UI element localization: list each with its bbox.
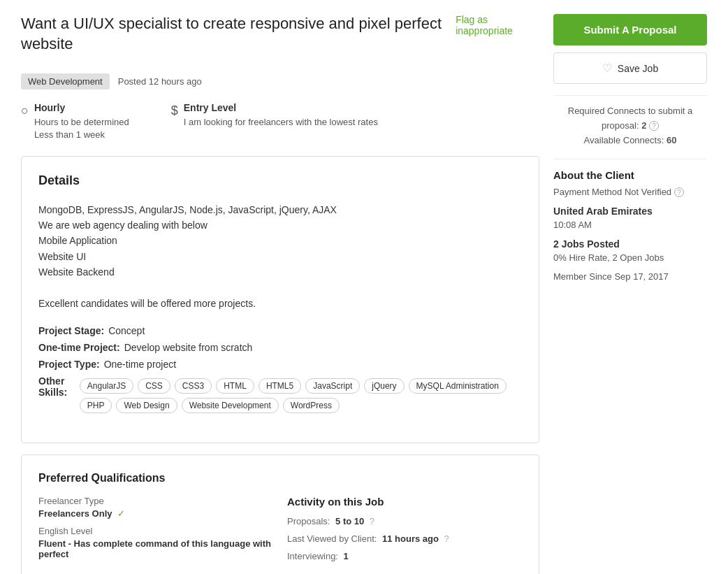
qualifications-box: Preferred Qualifications Freelancer Type… xyxy=(21,454,539,574)
last-viewed-val: 11 hours ago xyxy=(382,533,439,544)
client-hire: 0% Hire Rate, 2 Open Jobs xyxy=(553,252,707,263)
available-label: Available Connects: xyxy=(584,135,664,145)
last-viewed-label: Last Viewed by Client: xyxy=(287,533,377,544)
save-job-label: Save Job xyxy=(618,63,658,74)
client-payment: Payment Method Not Verified ? xyxy=(553,187,707,197)
freelancer-type-label: Freelancer Type xyxy=(38,496,273,506)
skill-tag[interactable]: WordPress xyxy=(283,398,340,413)
client-country: United Arab Emirates xyxy=(553,206,707,217)
submit-proposal-button[interactable]: Submit A Proposal xyxy=(553,14,707,45)
flag-link[interactable]: Flag as inappropriate xyxy=(456,14,539,36)
client-section: About the Client Payment Method Not Veri… xyxy=(553,159,707,282)
connects-label: Required Connects to submit a proposal: xyxy=(568,106,692,131)
qual-col-left: Freelancer Type Freelancers Only ✓ Engli… xyxy=(38,496,273,568)
posted-time: Posted 12 hours ago xyxy=(118,76,202,87)
connects-num: 2 xyxy=(641,120,646,131)
details-line6: Excellent candidates will be offered mor… xyxy=(38,296,522,311)
entry-desc: I am looking for freelancers with the lo… xyxy=(184,116,378,129)
one-time-label: One-time Project: xyxy=(38,342,120,353)
category-tag[interactable]: Web Development xyxy=(21,73,110,89)
english-level-label: English Level xyxy=(38,526,273,536)
rate-hours: Hours to be determined xyxy=(34,116,129,129)
other-skills-row: Other Skills: AngularJSCSSCSS3HTMLHTML5J… xyxy=(38,375,522,413)
skill-tag[interactable]: JavaScript xyxy=(305,378,360,394)
project-stage-label: Project Stage: xyxy=(38,325,104,336)
skill-tag[interactable]: MySQL Administration xyxy=(409,378,507,394)
client-jobs: 2 Jobs Posted xyxy=(553,238,707,250)
project-meta: Project Stage: Concept One-time Project:… xyxy=(38,325,522,413)
details-body: MongoDB, ExpressJS, AngularJS, Node.js, … xyxy=(38,202,522,312)
entry-level-item: $ Entry Level I am looking for freelance… xyxy=(171,102,378,141)
skills-list: AngularJSCSSCSS3HTMLHTML5JavaScriptjQuer… xyxy=(80,378,522,413)
page-title: Want a UI/UX specialist to create respon… xyxy=(21,14,456,54)
clock-icon: ○ xyxy=(21,103,29,118)
rate-info: ○ Hourly Hours to be determined Less tha… xyxy=(21,102,539,141)
other-skills-label: Other Skills: xyxy=(38,375,75,413)
heart-icon: ♡ xyxy=(602,62,612,75)
project-type-val: One-time project xyxy=(104,359,176,370)
skill-tag[interactable]: CSS xyxy=(138,378,170,394)
check-icon: ✓ xyxy=(117,508,125,519)
dollar-icon: $ xyxy=(171,103,178,118)
entry-details: Entry Level I am looking for freelancers… xyxy=(184,102,378,129)
last-viewed-question-icon[interactable]: ? xyxy=(444,533,449,544)
client-title: About the Client xyxy=(553,169,707,181)
one-time-val: Develop website from scratch xyxy=(124,342,253,353)
skill-tag[interactable]: HTML xyxy=(216,378,254,394)
main-content: Want a UI/UX specialist to create respon… xyxy=(21,14,539,574)
payment-question-icon[interactable]: ? xyxy=(674,187,684,197)
client-time: 10:08 AM xyxy=(553,220,707,230)
connects-box: Required Connects to submit a proposal: … xyxy=(553,95,707,148)
interviewing-row: Interviewing: 1 xyxy=(287,551,522,561)
entry-level: Entry Level xyxy=(184,102,378,113)
proposals-question-icon[interactable]: ? xyxy=(370,516,374,526)
interviewing-val: 1 xyxy=(344,551,349,561)
one-time-row: One-time Project: Develop website from s… xyxy=(38,342,522,353)
skill-tag[interactable]: jQuery xyxy=(364,378,404,394)
rate-type: Hourly xyxy=(34,102,129,113)
skill-tag[interactable]: AngularJS xyxy=(80,378,133,394)
qual-title: Preferred Qualifications xyxy=(38,472,522,485)
details-line5: Website Backend xyxy=(38,264,522,280)
english-level-row: English Level Fluent - Has complete comm… xyxy=(38,526,273,559)
skill-tag[interactable]: Website Development xyxy=(182,398,279,413)
details-line3: Mobile Application xyxy=(38,233,522,248)
english-level-val: Fluent - Has complete command of this la… xyxy=(38,538,271,559)
hourly-rate-item: ○ Hourly Hours to be determined Less tha… xyxy=(21,102,129,141)
connects-question-icon[interactable]: ? xyxy=(649,121,659,131)
hourly-details: Hourly Hours to be determined Less than … xyxy=(34,102,129,141)
payment-text: Payment Method Not Verified xyxy=(553,187,671,197)
interviewing-label: Interviewing: xyxy=(287,551,338,561)
project-stage-row: Project Stage: Concept xyxy=(38,325,522,336)
skill-tag[interactable]: CSS3 xyxy=(175,378,212,394)
project-type-row: Project Type: One-time project xyxy=(38,359,522,370)
activity-title: Activity on this Job xyxy=(287,496,522,508)
qual-grid: Freelancer Type Freelancers Only ✓ Engli… xyxy=(38,496,522,568)
project-stage-val: Concept xyxy=(108,325,145,336)
skill-tag[interactable]: Web Design xyxy=(116,398,177,413)
details-line1: MongoDB, ExpressJS, AngularJS, Node.js, … xyxy=(38,202,522,217)
proposals-row: Proposals: 5 to 10 ? xyxy=(287,516,522,526)
rate-duration: Less than 1 week xyxy=(34,129,129,141)
freelancer-type-row: Freelancer Type Freelancers Only ✓ xyxy=(38,496,273,519)
proposals-label: Proposals: xyxy=(287,516,330,526)
top-bar: Want a UI/UX specialist to create respon… xyxy=(21,14,539,65)
last-viewed-row: Last Viewed by Client: 11 hours ago ? xyxy=(287,533,522,544)
details-title: Details xyxy=(38,173,522,188)
sidebar: Submit A Proposal ♡ Save Job Required Co… xyxy=(553,14,707,574)
details-line4: Website UI xyxy=(38,249,522,264)
project-type-label: Project Type: xyxy=(38,359,100,370)
qual-col-right: Activity on this Job Proposals: 5 to 10 … xyxy=(287,496,522,568)
save-job-button[interactable]: ♡ Save Job xyxy=(553,52,707,84)
skill-tag[interactable]: HTML5 xyxy=(259,378,301,394)
available-num: 60 xyxy=(667,135,676,145)
details-box: Details MongoDB, ExpressJS, AngularJS, N… xyxy=(21,156,539,444)
freelancer-type-val: Freelancers Only xyxy=(38,508,112,519)
client-member: Member Since Sep 17, 2017 xyxy=(553,271,707,282)
details-line2: We are web agency dealing with below xyxy=(38,217,522,233)
skill-tag[interactable]: PHP xyxy=(80,398,112,413)
proposals-val: 5 to 10 xyxy=(335,516,364,526)
meta-row: Web Development Posted 12 hours ago xyxy=(21,73,539,89)
